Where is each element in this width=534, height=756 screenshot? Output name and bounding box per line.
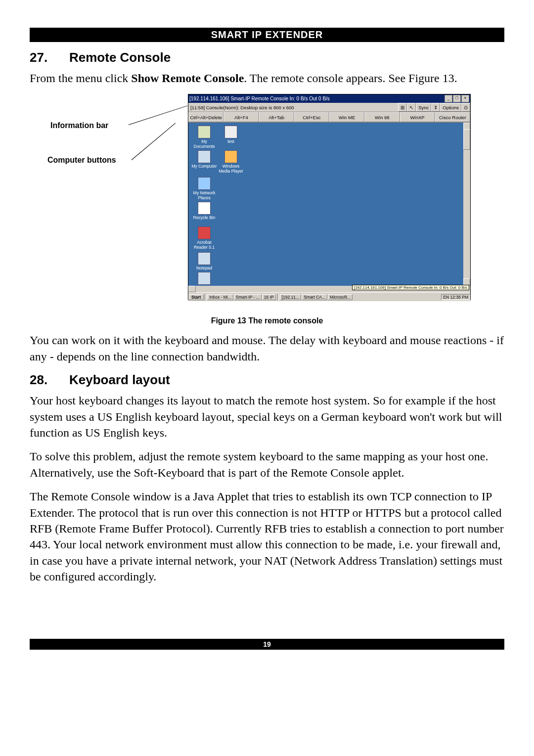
tray-time: 12:35 PM (450, 295, 468, 300)
icon-label: Notepad (196, 266, 212, 270)
rc-taskbar: Start Inbox - Mi... Smart-IP - ... 16 IP… (188, 292, 470, 301)
callout-line (129, 106, 187, 126)
para1-post: . The remote console appears. See Figure… (244, 72, 457, 85)
system-tray[interactable]: EN 12:35 PM (441, 294, 470, 300)
callout-line (132, 123, 176, 160)
tab-altf4[interactable]: Alt+F4 (223, 112, 259, 122)
para-after-figure: You can work on it with the keyboard and… (30, 332, 504, 364)
figure-13: Information bar Computer buttons Control… (30, 94, 504, 311)
ctl-sync-button[interactable]: Sync (416, 103, 431, 112)
desktop-icon-wmp[interactable]: Windows Media Player (218, 150, 244, 174)
start-button[interactable]: Start (188, 294, 204, 300)
rc-info-text: [11:58] Console(Norm): Desktop size is 8… (188, 105, 398, 110)
ctl-cursor-icon[interactable]: ↖ (407, 103, 416, 112)
section-28-p2: To solve this problem, adjust the remote… (30, 448, 504, 481)
tab-alttab[interactable]: Alt+Tab (259, 112, 294, 122)
rc-desktop[interactable]: My Documents test My Computer Windows Me… (188, 123, 470, 286)
section-27-para-1: From the menu click Show Remote Console.… (30, 70, 504, 86)
desktop-icon-notepad[interactable]: Notepad (191, 252, 217, 270)
icon-label: My Computer (191, 164, 217, 169)
callout-information-bar: Information bar (50, 121, 108, 130)
taskbar-btn[interactable]: Inbox - Mi... (207, 294, 233, 300)
ctl-cursor2-icon[interactable]: ⇕ (431, 103, 440, 112)
scroll-thumb[interactable] (463, 129, 470, 150)
desktop-icon-mycomputer[interactable]: My Computer (191, 150, 217, 169)
section-27-heading: 27. Remote Console (30, 50, 504, 65)
desktop-icon-recycle[interactable]: Recycle Bin (191, 202, 217, 220)
icon-label: My Documents (194, 139, 215, 148)
icon-label: test (227, 139, 234, 144)
rc-info-bar: [11:58] Console(Norm): Desktop size is 8… (188, 103, 470, 112)
footer-band: 19 (30, 639, 504, 650)
tooltip: [192.114.161.106] Smart-IP Remote Consol… (352, 285, 469, 290)
desktop-icon-mydocs[interactable]: My Documents (191, 126, 217, 149)
desktop-icon-acrobat[interactable]: Acrobat Reader 5.1 (191, 226, 217, 250)
desktop-icon-untitled[interactable] (191, 272, 217, 286)
rc-title-text: [192.114.161.106] Smart-IP Remote Consol… (189, 96, 445, 101)
section-28-title: Keyboard layout (69, 372, 170, 388)
figure-13-caption: Figure 13 The remote console (30, 316, 504, 325)
taskbar-sep (205, 294, 206, 301)
section-27-number: 27. (30, 50, 69, 65)
rc-control-buttons: ⊞ ↖ Sync ⇕ Options ⊙ (398, 103, 470, 112)
page-number: 19 (263, 640, 271, 648)
remote-console-window: [192.114.161.106] Smart-IP Remote Consol… (188, 94, 471, 300)
scroll-left-icon[interactable] (188, 286, 196, 292)
icon-label: Windows Media Player (219, 164, 243, 173)
ctl-windows-icon[interactable]: ⊞ (398, 103, 407, 112)
taskbar-btn[interactable]: Microsoft... (328, 294, 353, 300)
icon-label: Acrobat Reader 5.1 (194, 240, 215, 249)
section-28-p1: Your host keyboard changes its layout to… (30, 393, 504, 441)
tab-ctrlesc[interactable]: Ctrl+Esc (294, 112, 329, 122)
tab-win98[interactable]: Win 98 (364, 112, 400, 122)
header-title: SMART IP EXTENDER (211, 29, 323, 40)
section-28-number: 28. (30, 372, 69, 388)
close-button[interactable]: × (461, 95, 469, 102)
tab-winxp[interactable]: WinXP (400, 112, 435, 122)
rc-computer-tabs: Ctrl+Alt+Delete Alt+F4 Alt+Tab Ctrl+Esc … (188, 112, 470, 123)
icon-label: Recycle Bin (193, 215, 216, 220)
taskbar-btn[interactable]: Smart CA... (302, 294, 327, 300)
taskbar-sep (277, 294, 279, 301)
para1-bold: Show Remote Console (131, 72, 244, 85)
rc-titlebar[interactable]: [192.114.161.106] Smart-IP Remote Consol… (188, 94, 470, 103)
minimize-button[interactable]: _ (445, 95, 452, 102)
vertical-scrollbar[interactable] (463, 123, 470, 286)
para1-pre: From the menu click (30, 72, 131, 85)
tray-lang: EN (443, 295, 449, 300)
tab-winme[interactable]: Win ME (329, 112, 364, 122)
icon-label: My Network Places (193, 190, 216, 200)
header-band: SMART IP EXTENDER (30, 28, 504, 42)
ctl-help-icon[interactable]: ⊙ (461, 103, 470, 112)
ctl-options-button[interactable]: Options (440, 103, 461, 112)
section-28-p3: The Remote Console window is a Java Appl… (30, 489, 504, 584)
tab-cisco[interactable]: Cisco Router (435, 112, 470, 122)
taskbar-btn[interactable]: 16 IP (262, 294, 276, 300)
callout-computer-buttons: Computer buttons (47, 156, 116, 165)
taskbar-btn[interactable]: Smart-IP - ... (234, 294, 262, 300)
section-28-heading: 28. Keyboard layout (30, 372, 504, 388)
desktop-icon-network[interactable]: My Network Places (191, 177, 217, 200)
horizontal-scrollbar[interactable]: [192.114.161.106] Smart-IP Remote Consol… (188, 286, 470, 292)
desktop-icon-test[interactable]: test (218, 126, 244, 144)
section-27-title: Remote Console (69, 50, 171, 65)
tab-ctrlaltdel[interactable]: Ctrl+Alt+Delete (188, 112, 223, 122)
maximize-button[interactable]: □ (453, 95, 461, 102)
taskbar-btn[interactable]: [192.11... (280, 294, 301, 300)
